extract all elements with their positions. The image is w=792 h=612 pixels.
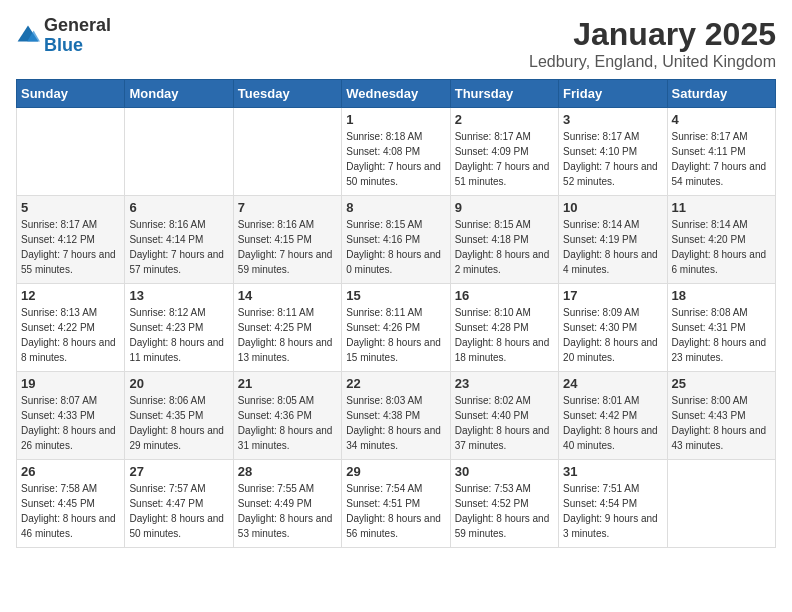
calendar-cell: 11Sunrise: 8:14 AM Sunset: 4:20 PM Dayli… [667,196,775,284]
col-header-friday: Friday [559,80,667,108]
calendar-cell [233,108,341,196]
day-info: Sunrise: 8:17 AM Sunset: 4:10 PM Dayligh… [563,129,662,189]
calendar-cell: 23Sunrise: 8:02 AM Sunset: 4:40 PM Dayli… [450,372,558,460]
calendar-cell: 25Sunrise: 8:00 AM Sunset: 4:43 PM Dayli… [667,372,775,460]
day-info: Sunrise: 8:17 AM Sunset: 4:11 PM Dayligh… [672,129,771,189]
day-info: Sunrise: 8:03 AM Sunset: 4:38 PM Dayligh… [346,393,445,453]
calendar-cell: 6Sunrise: 8:16 AM Sunset: 4:14 PM Daylig… [125,196,233,284]
calendar-cell: 21Sunrise: 8:05 AM Sunset: 4:36 PM Dayli… [233,372,341,460]
calendar-cell: 2Sunrise: 8:17 AM Sunset: 4:09 PM Daylig… [450,108,558,196]
title-area: January 2025 Ledbury, England, United Ki… [529,16,776,71]
day-number: 6 [129,200,228,215]
calendar-cell: 10Sunrise: 8:14 AM Sunset: 4:19 PM Dayli… [559,196,667,284]
logo-blue-text: Blue [44,36,111,56]
calendar-cell: 26Sunrise: 7:58 AM Sunset: 4:45 PM Dayli… [17,460,125,548]
day-number: 1 [346,112,445,127]
day-info: Sunrise: 8:17 AM Sunset: 4:09 PM Dayligh… [455,129,554,189]
day-number: 10 [563,200,662,215]
col-header-saturday: Saturday [667,80,775,108]
day-number: 11 [672,200,771,215]
day-number: 4 [672,112,771,127]
calendar-cell: 29Sunrise: 7:54 AM Sunset: 4:51 PM Dayli… [342,460,450,548]
calendar-cell: 5Sunrise: 8:17 AM Sunset: 4:12 PM Daylig… [17,196,125,284]
calendar-cell: 22Sunrise: 8:03 AM Sunset: 4:38 PM Dayli… [342,372,450,460]
day-info: Sunrise: 8:17 AM Sunset: 4:12 PM Dayligh… [21,217,120,277]
calendar-week-row: 1Sunrise: 8:18 AM Sunset: 4:08 PM Daylig… [17,108,776,196]
day-info: Sunrise: 8:12 AM Sunset: 4:23 PM Dayligh… [129,305,228,365]
day-info: Sunrise: 8:02 AM Sunset: 4:40 PM Dayligh… [455,393,554,453]
day-info: Sunrise: 8:05 AM Sunset: 4:36 PM Dayligh… [238,393,337,453]
day-info: Sunrise: 7:57 AM Sunset: 4:47 PM Dayligh… [129,481,228,541]
day-number: 19 [21,376,120,391]
calendar-cell: 8Sunrise: 8:15 AM Sunset: 4:16 PM Daylig… [342,196,450,284]
day-number: 21 [238,376,337,391]
day-info: Sunrise: 8:14 AM Sunset: 4:19 PM Dayligh… [563,217,662,277]
calendar-cell: 12Sunrise: 8:13 AM Sunset: 4:22 PM Dayli… [17,284,125,372]
day-number: 12 [21,288,120,303]
day-number: 2 [455,112,554,127]
day-info: Sunrise: 7:54 AM Sunset: 4:51 PM Dayligh… [346,481,445,541]
calendar-cell [17,108,125,196]
page-title: January 2025 [529,16,776,53]
day-info: Sunrise: 8:11 AM Sunset: 4:25 PM Dayligh… [238,305,337,365]
calendar-week-row: 19Sunrise: 8:07 AM Sunset: 4:33 PM Dayli… [17,372,776,460]
calendar-week-row: 5Sunrise: 8:17 AM Sunset: 4:12 PM Daylig… [17,196,776,284]
day-number: 30 [455,464,554,479]
day-number: 23 [455,376,554,391]
day-info: Sunrise: 8:06 AM Sunset: 4:35 PM Dayligh… [129,393,228,453]
day-number: 14 [238,288,337,303]
calendar-cell: 15Sunrise: 8:11 AM Sunset: 4:26 PM Dayli… [342,284,450,372]
day-number: 27 [129,464,228,479]
calendar-cell: 16Sunrise: 8:10 AM Sunset: 4:28 PM Dayli… [450,284,558,372]
calendar-cell: 13Sunrise: 8:12 AM Sunset: 4:23 PM Dayli… [125,284,233,372]
calendar-cell [667,460,775,548]
day-number: 7 [238,200,337,215]
day-number: 13 [129,288,228,303]
calendar-cell: 18Sunrise: 8:08 AM Sunset: 4:31 PM Dayli… [667,284,775,372]
logo-general-text: General [44,16,111,36]
calendar-cell: 7Sunrise: 8:16 AM Sunset: 4:15 PM Daylig… [233,196,341,284]
day-number: 20 [129,376,228,391]
calendar-cell: 27Sunrise: 7:57 AM Sunset: 4:47 PM Dayli… [125,460,233,548]
calendar-table: SundayMondayTuesdayWednesdayThursdayFrid… [16,79,776,548]
calendar-cell: 30Sunrise: 7:53 AM Sunset: 4:52 PM Dayli… [450,460,558,548]
day-info: Sunrise: 7:58 AM Sunset: 4:45 PM Dayligh… [21,481,120,541]
day-info: Sunrise: 8:01 AM Sunset: 4:42 PM Dayligh… [563,393,662,453]
calendar-cell: 3Sunrise: 8:17 AM Sunset: 4:10 PM Daylig… [559,108,667,196]
calendar-cell: 24Sunrise: 8:01 AM Sunset: 4:42 PM Dayli… [559,372,667,460]
calendar-cell: 19Sunrise: 8:07 AM Sunset: 4:33 PM Dayli… [17,372,125,460]
calendar-cell [125,108,233,196]
day-info: Sunrise: 8:18 AM Sunset: 4:08 PM Dayligh… [346,129,445,189]
day-number: 28 [238,464,337,479]
day-number: 9 [455,200,554,215]
col-header-wednesday: Wednesday [342,80,450,108]
calendar-cell: 28Sunrise: 7:55 AM Sunset: 4:49 PM Dayli… [233,460,341,548]
logo: General Blue [16,16,111,56]
calendar-cell: 17Sunrise: 8:09 AM Sunset: 4:30 PM Dayli… [559,284,667,372]
day-number: 31 [563,464,662,479]
day-info: Sunrise: 8:10 AM Sunset: 4:28 PM Dayligh… [455,305,554,365]
calendar-cell: 31Sunrise: 7:51 AM Sunset: 4:54 PM Dayli… [559,460,667,548]
day-info: Sunrise: 8:16 AM Sunset: 4:15 PM Dayligh… [238,217,337,277]
day-info: Sunrise: 8:15 AM Sunset: 4:18 PM Dayligh… [455,217,554,277]
day-number: 5 [21,200,120,215]
calendar-cell: 1Sunrise: 8:18 AM Sunset: 4:08 PM Daylig… [342,108,450,196]
day-info: Sunrise: 8:08 AM Sunset: 4:31 PM Dayligh… [672,305,771,365]
calendar-cell: 20Sunrise: 8:06 AM Sunset: 4:35 PM Dayli… [125,372,233,460]
day-number: 29 [346,464,445,479]
col-header-monday: Monday [125,80,233,108]
day-info: Sunrise: 8:16 AM Sunset: 4:14 PM Dayligh… [129,217,228,277]
day-info: Sunrise: 7:55 AM Sunset: 4:49 PM Dayligh… [238,481,337,541]
col-header-tuesday: Tuesday [233,80,341,108]
day-info: Sunrise: 8:14 AM Sunset: 4:20 PM Dayligh… [672,217,771,277]
day-info: Sunrise: 8:11 AM Sunset: 4:26 PM Dayligh… [346,305,445,365]
day-info: Sunrise: 8:13 AM Sunset: 4:22 PM Dayligh… [21,305,120,365]
calendar-cell: 9Sunrise: 8:15 AM Sunset: 4:18 PM Daylig… [450,196,558,284]
calendar-cell: 14Sunrise: 8:11 AM Sunset: 4:25 PM Dayli… [233,284,341,372]
day-info: Sunrise: 7:51 AM Sunset: 4:54 PM Dayligh… [563,481,662,541]
calendar-week-row: 12Sunrise: 8:13 AM Sunset: 4:22 PM Dayli… [17,284,776,372]
day-info: Sunrise: 8:07 AM Sunset: 4:33 PM Dayligh… [21,393,120,453]
col-header-sunday: Sunday [17,80,125,108]
day-number: 25 [672,376,771,391]
header: General Blue January 2025 Ledbury, Engla… [16,16,776,71]
